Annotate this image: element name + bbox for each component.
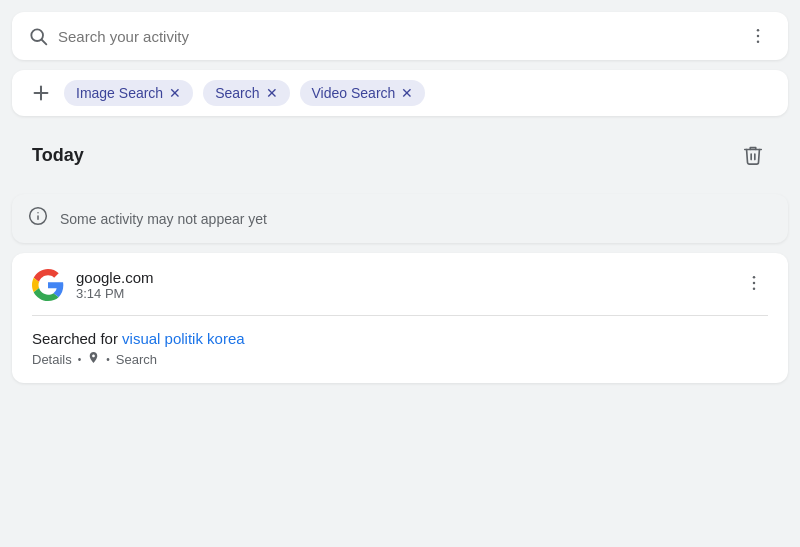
activity-meta: Details • • Search [32, 351, 768, 367]
chip-search-label: Search [215, 85, 259, 101]
site-name: google.com [76, 269, 154, 286]
chip-video-search: Video Search ✕ [300, 80, 426, 106]
activity-header: google.com 3:14 PM [32, 269, 768, 301]
svg-point-3 [757, 35, 760, 38]
search-more-options-button[interactable] [744, 22, 772, 50]
chip-search: Search ✕ [203, 80, 289, 106]
activity-search-text: Searched for visual politik korea [32, 330, 768, 347]
filter-chips-card: Image Search ✕ Search ✕ Video Search ✕ [12, 70, 788, 116]
svg-line-1 [42, 40, 47, 45]
location-icon [87, 351, 100, 367]
searched-for-label: Searched for [32, 330, 122, 347]
chip-image-search-label: Image Search [76, 85, 163, 101]
details-link[interactable]: Details [32, 352, 72, 367]
info-notice: Some activity may not appear yet [12, 194, 788, 243]
activity-card: google.com 3:14 PM Searched for visual p… [12, 253, 788, 383]
svg-point-11 [753, 282, 756, 285]
info-icon [28, 206, 48, 231]
today-section-header: Today [12, 126, 788, 184]
meta-dot-1: • [78, 354, 82, 365]
svg-point-2 [757, 29, 760, 32]
chip-image-search-remove-button[interactable]: ✕ [169, 86, 181, 100]
search-bar-card [12, 12, 788, 60]
activity-divider [32, 315, 768, 316]
today-label: Today [32, 145, 84, 166]
svg-point-4 [757, 41, 760, 44]
activity-site-info: google.com 3:14 PM [32, 269, 154, 301]
searched-for-link[interactable]: visual politik korea [122, 330, 245, 347]
search-icon [28, 26, 48, 46]
meta-dot-2: • [106, 354, 110, 365]
site-details: google.com 3:14 PM [76, 269, 154, 301]
search-input[interactable] [58, 28, 734, 45]
chip-search-remove-button[interactable]: ✕ [266, 86, 278, 100]
chip-image-search: Image Search ✕ [64, 80, 193, 106]
google-logo-icon [32, 269, 64, 301]
site-time: 3:14 PM [76, 286, 154, 301]
add-filter-button[interactable] [28, 80, 54, 106]
meta-search-label: Search [116, 352, 157, 367]
delete-today-button[interactable] [738, 140, 768, 170]
activity-more-options-button[interactable] [740, 269, 768, 297]
svg-point-12 [753, 288, 756, 291]
chip-video-search-remove-button[interactable]: ✕ [401, 86, 413, 100]
chip-video-search-label: Video Search [312, 85, 396, 101]
info-notice-text: Some activity may not appear yet [60, 211, 267, 227]
svg-point-10 [753, 276, 756, 279]
